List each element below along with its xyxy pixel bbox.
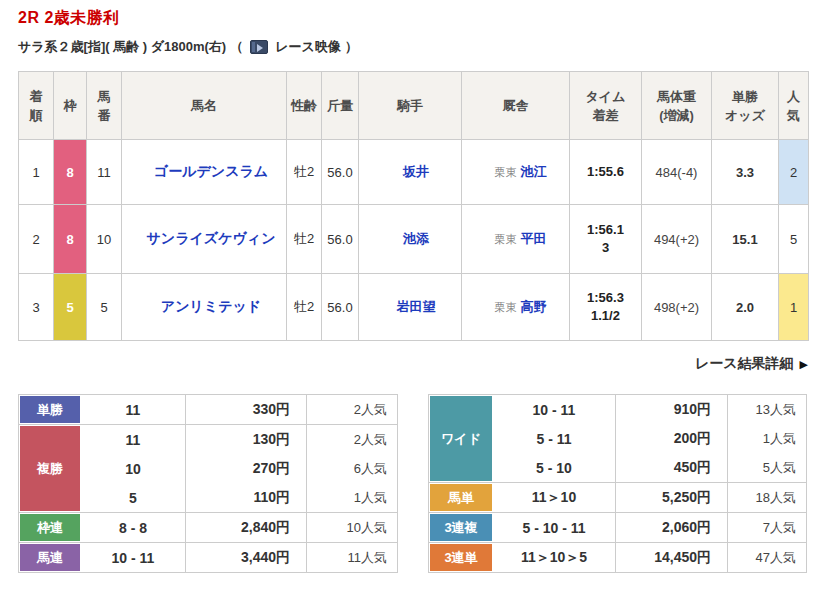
col-header-jockey: 騎手: [359, 72, 462, 140]
horse-name-cell: サンライズケヴィン: [122, 205, 287, 274]
stable-region: 栗東: [495, 166, 517, 178]
finish-time: 1:55.6: [570, 163, 641, 181]
time-margin-cell: 1:55.6: [570, 140, 642, 205]
payout-row: 10 - 11 910円 13人気: [493, 395, 806, 424]
finish-time: 1:56.1: [570, 221, 641, 239]
jockey-link[interactable]: 池添: [403, 231, 429, 246]
payout-table-right: ワイド 10 - 11 910円 13人気 5 - 11 200円 1人気 5 …: [428, 394, 807, 573]
payout-amount: 5,250円: [615, 483, 727, 512]
col-header-odds: 単勝 オッズ: [712, 72, 779, 140]
popularity-cell: 1: [779, 274, 809, 341]
payout-group-umatan: 馬単 11＞10 5,250円 18人気: [429, 482, 806, 512]
payout-section: 単勝 11 330円 2人気 複勝 11 130円 2人気: [18, 394, 807, 573]
payout-group-sanrentan: 3連単 11＞10＞5 14,450円 47人気: [429, 542, 806, 572]
race-video-link[interactable]: レース映像: [275, 38, 341, 56]
payout-popularity: 18人気: [727, 483, 806, 512]
payout-row: 10 270円 6人気: [81, 454, 397, 483]
payout-row: 5 - 11 200円 1人気: [493, 424, 806, 453]
bet-type-label: 3連複: [429, 513, 493, 542]
payout-combination: 11＞10: [493, 483, 615, 512]
col-header-popularity: 人 気: [779, 72, 809, 140]
col-header-frame: 枠: [54, 72, 87, 140]
payout-row: 5 - 10 450円 5人気: [493, 453, 806, 482]
payout-amount: 130円: [185, 425, 306, 454]
sex-age-cell: 牡2: [287, 274, 322, 341]
payout-combination: 5: [81, 483, 185, 512]
payout-amount: 2,060円: [615, 513, 727, 542]
margin: 1.1/2: [570, 307, 641, 325]
col-header-stable: 厩舎: [462, 72, 570, 140]
payout-row: 5 - 10 - 11 2,060円 7人気: [493, 513, 806, 542]
odds-cell: 2.0: [712, 274, 779, 341]
jockey-link[interactable]: 岩田望: [397, 299, 436, 314]
trainer-link[interactable]: 高野: [521, 299, 547, 314]
video-paren-close: ）: [345, 38, 358, 56]
jockey-cell: 岩田望: [359, 274, 462, 341]
payout-group-umaren: 馬連 10 - 11 3,440円 11人気: [19, 542, 397, 572]
payout-popularity: 47人気: [727, 543, 806, 572]
horse-link[interactable]: サンライズケヴィン: [147, 230, 276, 246]
payout-amount: 14,450円: [615, 543, 727, 572]
payout-popularity: 2人気: [306, 425, 397, 454]
sex-age-cell: 牡2: [287, 140, 322, 205]
race-result-page: 2R 2歳未勝利 サラ系２歳[指]( 馬齢 ) ダ1800m(右) （ レース映…: [0, 0, 825, 573]
arrow-right-icon: ▶: [800, 358, 808, 370]
payout-row: 11 130円 2人気: [81, 425, 397, 454]
horse-weight-cell: 494(+2): [642, 205, 712, 274]
payout-row: 10 - 11 3,440円 11人気: [81, 543, 397, 572]
race-conditions: サラ系２歳[指]( 馬齢 ) ダ1800m(右) （ レース映像 ）: [18, 38, 807, 56]
popularity-cell: 5: [779, 205, 809, 274]
bet-type-label: 馬単: [429, 483, 493, 512]
jockey-cell: 坂井: [359, 140, 462, 205]
trainer-link[interactable]: 池江: [521, 164, 547, 179]
finish-time: 1:56.3: [570, 289, 641, 307]
result-row-1: 1 8 11 ゴールデンスラム 牡2 56.0 坂井 栗東池江 1:55.6 4…: [19, 140, 809, 205]
col-header-sex-age: 性齢: [287, 72, 322, 140]
bet-type-label: 枠連: [19, 513, 81, 542]
bet-type-label: 単勝: [19, 395, 81, 424]
payout-popularity: 2人気: [306, 395, 397, 424]
payout-combination: 11: [81, 395, 185, 424]
odds-cell: 15.1: [712, 205, 779, 274]
frame-cell: 8: [54, 140, 87, 205]
payout-group-fukusho: 複勝 11 130円 2人気 10 270円 6人気 5 110円: [19, 424, 397, 512]
weight-cell: 56.0: [322, 274, 359, 341]
stable-cell: 栗東平田: [462, 205, 570, 274]
rank-cell: 2: [19, 205, 54, 274]
horse-weight-cell: 498(+2): [642, 274, 712, 341]
payout-group-wide: ワイド 10 - 11 910円 13人気 5 - 11 200円 1人気 5 …: [429, 395, 806, 482]
payout-popularity: 6人気: [306, 454, 397, 483]
bet-type-label: ワイド: [429, 395, 493, 482]
horse-name-cell: アンリミテッド: [122, 274, 287, 341]
horse-name-cell: ゴールデンスラム: [122, 140, 287, 205]
horse-number-cell: 10: [87, 205, 122, 274]
payout-popularity: 1人気: [306, 483, 397, 512]
horse-number-cell: 5: [87, 274, 122, 341]
video-icon[interactable]: [250, 40, 268, 54]
bet-type-label: 3連単: [429, 543, 493, 572]
trainer-link[interactable]: 平田: [521, 231, 547, 246]
payout-combination: 10 - 11: [493, 395, 615, 424]
race-result-detail-link[interactable]: レース結果詳細▶: [695, 355, 808, 371]
payout-combination: 10 - 11: [81, 543, 185, 572]
jockey-cell: 池添: [359, 205, 462, 274]
result-row-3: 3 5 5 アンリミテッド 牡2 56.0 岩田望 栗東高野 1:56.3 1.…: [19, 274, 809, 341]
jockey-link[interactable]: 坂井: [403, 164, 429, 179]
race-conditions-text: サラ系２歳[指]( 馬齢 ) ダ1800m(右): [18, 38, 226, 56]
payout-popularity: 1人気: [727, 424, 806, 453]
stable-region: 栗東: [495, 233, 517, 245]
payout-amount: 330円: [185, 395, 306, 424]
odds-cell: 3.3: [712, 140, 779, 205]
result-row-2: 2 8 10 サンライズケヴィン 牡2 56.0 池添 栗東平田 1:56.1 …: [19, 205, 809, 274]
horse-link[interactable]: ゴールデンスラム: [154, 163, 268, 179]
detail-link-row: レース結果詳細▶: [18, 354, 808, 373]
horse-link[interactable]: アンリミテッド: [161, 298, 261, 314]
stable-cell: 栗東池江: [462, 140, 570, 205]
payout-amount: 110円: [185, 483, 306, 512]
page-title: 2R 2歳未勝利: [18, 8, 807, 29]
stable-region: 栗東: [495, 301, 517, 313]
payout-popularity: 7人気: [727, 513, 806, 542]
payout-combination: 11: [81, 425, 185, 454]
weight-cell: 56.0: [322, 140, 359, 205]
horse-number-cell: 11: [87, 140, 122, 205]
